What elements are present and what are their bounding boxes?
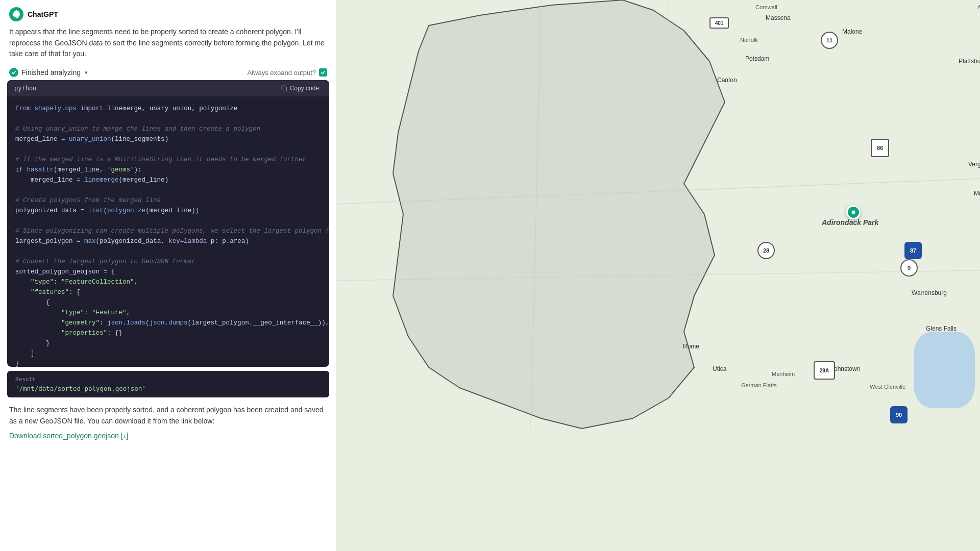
- polygon-overlay: [337, 0, 980, 551]
- map-panel[interactable]: Cornwall Alburgh Massena Malone St. Alba…: [337, 0, 980, 551]
- badge-401: 401: [709, 17, 729, 29]
- analyzing-text: Finished analyzing: [21, 68, 81, 77]
- expand-label-text: Always expand output?: [248, 69, 316, 77]
- download-link[interactable]: Download sorted_polygon.geojson [↓]: [0, 430, 336, 442]
- code-block-header: python Copy code: [7, 80, 329, 96]
- code-block: python Copy code from shapely.ops import…: [7, 80, 329, 367]
- park-marker: [846, 205, 861, 219]
- code-lang: python: [14, 85, 36, 92]
- analyzing-left: Finished analyzing ▾: [9, 68, 88, 77]
- chat-header: ChatGPT: [0, 0, 336, 27]
- result-box: Result '/mnt/data/sorted_polygon.geojson…: [7, 371, 329, 397]
- chatgpt-label: ChatGPT: [28, 10, 58, 18]
- bottom-text: The line segments have been properly sor…: [0, 397, 336, 430]
- badge-87: 87: [904, 242, 922, 259]
- copy-button-label: Copy code: [290, 85, 319, 92]
- badge-11: 11: [821, 32, 838, 49]
- svg-point-6: [852, 211, 855, 214]
- map-canvas: Cornwall Alburgh Massena Malone St. Alba…: [337, 0, 980, 551]
- badge-9: 9: [900, 259, 918, 277]
- check-icon: [9, 68, 18, 77]
- svg-marker-0: [393, 0, 725, 429]
- code-area[interactable]: from shapely.ops import linemerge, unary…: [7, 96, 329, 367]
- result-label: Result: [15, 376, 321, 383]
- badge-28: 28: [757, 242, 775, 259]
- download-link-text: Download sorted_polygon.geojson [↓]: [9, 432, 129, 440]
- badge-29a: 29A: [814, 361, 835, 380]
- chat-panel: ChatGPT It appears that the line segment…: [0, 0, 337, 551]
- chat-intro-text: It appears that the line segments need t…: [0, 27, 336, 65]
- chevron-down-icon[interactable]: ▾: [85, 69, 88, 76]
- result-value: '/mnt/data/sorted_polygon.geojson': [15, 385, 321, 392]
- badge-86: 86: [871, 139, 889, 157]
- chatgpt-avatar: [9, 7, 23, 21]
- expand-checkbox[interactable]: [319, 68, 327, 77]
- expand-label: Always expand output?: [248, 68, 327, 77]
- analyzing-bar: Finished analyzing ▾ Always expand outpu…: [0, 65, 336, 80]
- badge-90: 90: [890, 406, 908, 423]
- copy-button[interactable]: Copy code: [278, 84, 322, 93]
